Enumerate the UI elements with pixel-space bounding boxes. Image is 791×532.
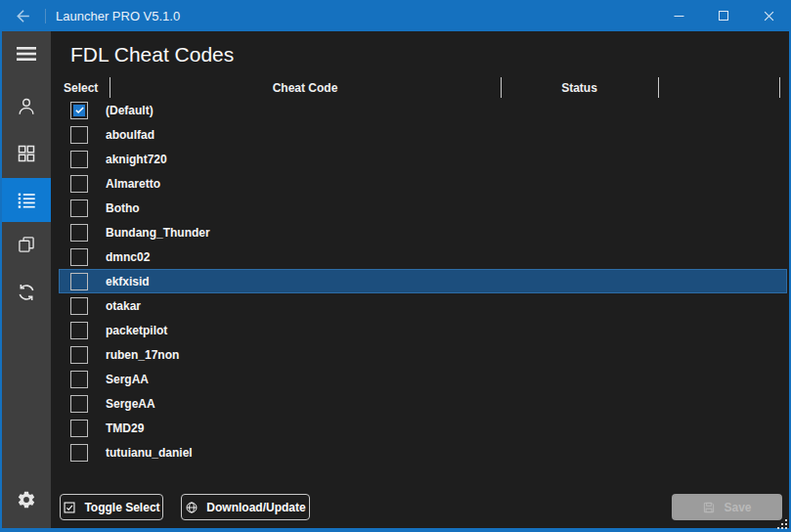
save-label: Save <box>724 501 751 514</box>
row-checkbox[interactable] <box>70 322 88 339</box>
sidebar <box>2 31 51 528</box>
row-checkbox[interactable] <box>70 200 88 217</box>
maximize-icon <box>718 10 729 22</box>
row-checkbox[interactable] <box>70 175 88 193</box>
row-checkbox[interactable] <box>70 346 88 364</box>
checkbox-fill <box>73 251 85 263</box>
minimize-button[interactable] <box>656 0 701 31</box>
checkbox-fill <box>73 129 85 141</box>
table-row[interactable]: Bundang_Thunder <box>59 220 787 244</box>
checkbox-fill <box>73 178 85 190</box>
column-separator <box>658 77 659 98</box>
column-header-status: Status <box>501 81 658 95</box>
save-button[interactable]: Save <box>672 494 782 520</box>
table-row[interactable]: SergAA <box>59 367 787 391</box>
table-body: (Default)aboulfadaknight720AlmarettoBoth… <box>59 98 787 465</box>
sidebar-item-settings[interactable] <box>2 485 51 514</box>
table-row[interactable]: otakar <box>59 293 787 318</box>
checkbox-fill <box>73 447 85 459</box>
row-checkbox[interactable] <box>70 126 88 144</box>
checkbox-fill <box>73 325 85 336</box>
toggle-select-button[interactable]: Toggle Select <box>60 494 163 520</box>
checkbox-fill <box>73 398 85 410</box>
checkbox-fill <box>73 300 85 312</box>
table-row[interactable]: SergeAA <box>59 391 787 416</box>
row-checkbox[interactable] <box>70 395 88 413</box>
close-icon <box>762 9 776 23</box>
row-checkbox[interactable] <box>70 224 88 242</box>
table-row[interactable]: aboulfad <box>59 122 787 147</box>
refresh-icon <box>16 282 37 303</box>
cheat-code-label: Almaretto <box>106 177 160 191</box>
gear-icon <box>17 490 36 510</box>
column-separator <box>779 77 780 98</box>
download-update-label: Download/Update <box>206 501 305 514</box>
table-row[interactable]: ekfxisid <box>59 269 787 293</box>
cheat-code-label: packetpilot <box>106 324 167 337</box>
sidebar-item-apps[interactable] <box>2 139 51 168</box>
toggle-select-label: Toggle Select <box>84 501 159 514</box>
sidebar-item-profile[interactable] <box>2 92 51 121</box>
row-checkbox[interactable] <box>70 273 88 290</box>
cheat-code-label: Botho <box>106 201 140 215</box>
page-title: FDL Cheat Codes <box>70 43 234 66</box>
row-checkbox[interactable] <box>70 151 88 168</box>
checkbox-fill <box>73 422 85 434</box>
cheat-code-label: aknight720 <box>106 153 167 166</box>
cheat-code-label: ekfxisid <box>106 275 150 288</box>
app-frame: FDL Cheat Codes Select Cheat Code Status… <box>0 31 791 532</box>
main-content: FDL Cheat Codes Select Cheat Code Status… <box>51 31 789 528</box>
globe-icon <box>185 501 198 514</box>
checkbox-icon <box>63 501 76 514</box>
table-row[interactable]: (Default) <box>59 98 787 122</box>
hamburger-icon <box>15 42 38 66</box>
download-update-button[interactable]: Download/Update <box>181 494 310 520</box>
sidebar-item-menu[interactable] <box>2 39 51 68</box>
cheat-code-label: Bundang_Thunder <box>106 226 210 240</box>
cheat-code-label: TMD29 <box>106 421 144 435</box>
maximize-button[interactable] <box>701 0 746 31</box>
table-row[interactable]: dmnc02 <box>59 244 787 269</box>
table-row[interactable]: ruben_17non <box>59 342 787 367</box>
table-row[interactable]: Almaretto <box>59 171 787 196</box>
cheat-code-label: SergeAA <box>106 397 155 411</box>
checkbox-fill <box>73 105 85 116</box>
checkbox-fill <box>73 349 85 361</box>
cheat-code-label: dmnc02 <box>106 250 150 264</box>
resize-grip[interactable] <box>776 516 788 528</box>
app-window: Launcher PRO V5.1.0 FDL <box>0 0 791 532</box>
row-checkbox[interactable] <box>70 297 88 315</box>
sidebar-item-collection[interactable] <box>2 230 51 259</box>
window-title: Launcher PRO V5.1.0 <box>56 9 180 23</box>
checkbox-fill <box>73 154 85 165</box>
table-row[interactable]: TMD29 <box>59 416 787 440</box>
cheat-code-label: ruben_17non <box>106 348 179 362</box>
row-checkbox[interactable] <box>70 444 88 462</box>
back-arrow-icon <box>14 7 32 25</box>
close-button[interactable] <box>746 0 791 31</box>
column-header-cheat-code: Cheat Code <box>110 81 501 95</box>
table-row[interactable]: packetpilot <box>59 318 787 342</box>
table-row[interactable]: aknight720 <box>59 147 787 171</box>
table-row[interactable]: tutuianu_daniel <box>59 440 787 465</box>
grid-icon <box>17 144 36 163</box>
column-header-select: Select <box>64 81 98 95</box>
table-row[interactable]: Botho <box>59 196 787 220</box>
back-button[interactable] <box>0 0 45 31</box>
cheat-code-label: SergAA <box>106 373 149 386</box>
cheat-code-label: (Default) <box>106 104 154 117</box>
checkbox-fill <box>73 227 85 239</box>
row-checkbox[interactable] <box>70 102 88 119</box>
row-checkbox[interactable] <box>70 371 88 388</box>
cheat-code-label: otakar <box>106 299 141 313</box>
person-icon <box>16 96 37 117</box>
sidebar-item-cheat-codes[interactable] <box>2 178 51 222</box>
minimize-icon <box>672 9 686 23</box>
checkbox-fill <box>73 276 85 288</box>
row-checkbox[interactable] <box>70 248 88 266</box>
sidebar-item-refresh[interactable] <box>2 278 51 307</box>
row-checkbox[interactable] <box>70 420 88 437</box>
save-icon <box>702 501 716 514</box>
cheat-code-label: tutuianu_daniel <box>106 446 193 460</box>
copy-icon <box>17 235 36 254</box>
